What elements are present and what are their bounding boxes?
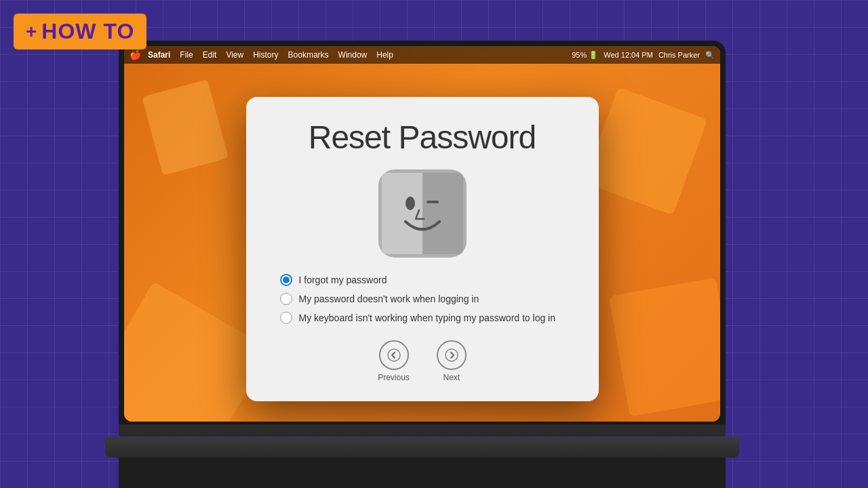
- menubar-datetime: Wed 12:04 PM: [604, 51, 653, 59]
- radio-forgot-label: I forgot my password: [299, 274, 387, 285]
- menubar-history[interactable]: History: [253, 50, 278, 60]
- radio-item-forgot[interactable]: I forgot my password: [280, 274, 572, 286]
- radio-forgot-circle[interactable]: [280, 274, 292, 286]
- screen: 🍎 Safari File Edit View History Bookmark…: [124, 46, 720, 422]
- menubar-right: 95% 🔋 Wed 12:04 PM Chris Parker 🔍: [572, 51, 715, 60]
- finder-icon: [378, 169, 467, 258]
- previous-label: Previous: [378, 373, 410, 382]
- menubar-safari[interactable]: Safari: [148, 50, 170, 60]
- screen-bezel: 🍎 Safari File Edit View History Bookmark…: [119, 41, 726, 427]
- menubar-search-icon[interactable]: 🔍: [705, 51, 715, 60]
- radio-keyboard-circle[interactable]: [280, 312, 292, 324]
- svg-rect-3: [422, 173, 463, 254]
- keyboard-area: [119, 458, 726, 488]
- radio-item-keyboard[interactable]: My keyboard isn't working when typing my…: [280, 312, 572, 324]
- radio-doesnt-work-circle[interactable]: [280, 293, 292, 305]
- finder-face-svg: [382, 173, 463, 254]
- svg-point-7: [446, 349, 458, 361]
- menubar-edit[interactable]: Edit: [203, 50, 217, 60]
- menubar-user: Chris Parker: [658, 51, 700, 59]
- radio-group: I forgot my password My password doesn't…: [273, 274, 572, 324]
- how-to-badge: + HOW TO: [14, 14, 146, 49]
- badge-label: HOW TO: [41, 19, 134, 44]
- apple-menu-icon[interactable]: 🍎: [130, 49, 141, 60]
- radio-doesnt-work-label: My password doesn't work when logging in: [299, 293, 479, 304]
- nav-buttons: Previous Next: [378, 340, 467, 382]
- reset-password-dialog: Reset Password: [246, 97, 599, 401]
- menubar-battery: 95% 🔋: [572, 51, 598, 60]
- menubar-help[interactable]: Help: [376, 50, 393, 60]
- radio-item-doesnt-work[interactable]: My password doesn't work when logging in: [280, 293, 572, 305]
- previous-button[interactable]: Previous: [378, 340, 410, 382]
- menubar: 🍎 Safari File Edit View History Bookmark…: [124, 46, 720, 64]
- radio-keyboard-label: My keyboard isn't working when typing my…: [299, 312, 556, 323]
- macbook-chin: MacBook Pro: [119, 424, 726, 436]
- next-label: Next: [443, 373, 460, 382]
- plus-icon: +: [26, 21, 37, 43]
- svg-point-6: [388, 349, 400, 361]
- previous-circle: [379, 340, 409, 370]
- dialog-title: Reset Password: [309, 119, 536, 156]
- previous-arrow-icon: [387, 348, 401, 362]
- macbook-frame: 🍎 Safari File Edit View History Bookmark…: [119, 41, 749, 461]
- macbook-base: [105, 437, 739, 458]
- menubar-window[interactable]: Window: [338, 50, 368, 60]
- next-button[interactable]: Next: [437, 340, 467, 382]
- menubar-view[interactable]: View: [226, 50, 243, 60]
- next-arrow-icon: [445, 348, 458, 362]
- menubar-bookmarks[interactable]: Bookmarks: [288, 50, 329, 60]
- svg-point-4: [406, 197, 415, 210]
- next-circle: [437, 340, 467, 370]
- svg-rect-2: [382, 173, 422, 254]
- menubar-file[interactable]: File: [180, 50, 193, 60]
- menubar-items: Safari File Edit View History Bookmarks …: [148, 50, 572, 60]
